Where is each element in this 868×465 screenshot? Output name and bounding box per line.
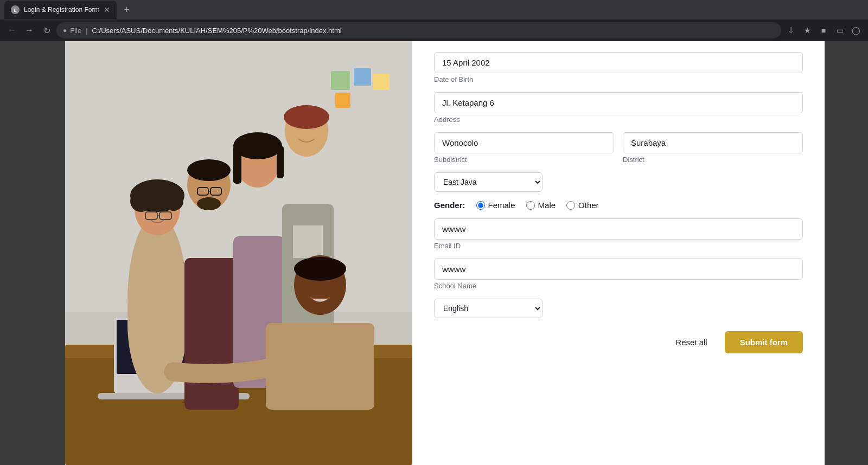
subdistrict-input[interactable] xyxy=(434,132,614,153)
gender-male-label: Male xyxy=(538,201,556,210)
reload-button[interactable]: ↻ xyxy=(39,23,54,38)
district-input[interactable] xyxy=(623,132,803,153)
gender-label: Gender: xyxy=(434,201,465,210)
address-bar-row: ← → ↻ ● File | C:/Users/ASUS/Documents/K… xyxy=(0,20,868,41)
extension-button[interactable]: ■ xyxy=(816,23,831,38)
right-dark-margin xyxy=(825,41,868,465)
toolbar-right: ⇩ ★ ■ ▭ ◯ xyxy=(783,23,864,38)
date-of-birth-group: Date of Birth xyxy=(434,52,803,83)
gender-male-option[interactable]: Male xyxy=(526,201,556,210)
gender-female-option[interactable]: Female xyxy=(476,201,515,210)
gender-other-label: Other xyxy=(578,201,599,210)
svg-rect-4 xyxy=(331,71,350,90)
gender-other-option[interactable]: Other xyxy=(566,201,599,210)
subdistrict-group: Subdistrict xyxy=(434,132,614,164)
date-of-birth-label: Date of Birth xyxy=(434,75,803,83)
province-group: East Java West Java Central Java DKI Jak… xyxy=(434,172,803,192)
address-input[interactable] xyxy=(434,92,803,113)
form-panel: Date of Birth Address Subdistrict Distri… xyxy=(412,41,825,465)
subdistrict-district-row: Subdistrict District xyxy=(434,132,803,172)
gender-row: Gender: Female Male Other xyxy=(434,201,803,210)
tab-favicon: L xyxy=(11,5,20,14)
split-button[interactable]: ▭ xyxy=(832,23,847,38)
address-label: Address xyxy=(434,115,803,124)
svg-text:L: L xyxy=(14,8,16,13)
tab-close-button[interactable]: ✕ xyxy=(104,5,110,14)
tab-bar: L Login & Registration Form ✕ + xyxy=(0,0,868,20)
svg-point-38 xyxy=(284,105,329,129)
date-of-birth-input[interactable] xyxy=(434,52,803,73)
page-content: Date of Birth Address Subdistrict Distri… xyxy=(0,41,868,465)
language-group: English Indonesian Javanese xyxy=(434,299,803,318)
subdistrict-label: Subdistrict xyxy=(434,156,614,164)
new-tab-button[interactable]: + xyxy=(119,2,134,17)
button-row: Reset all Submit form xyxy=(434,331,803,358)
address-bar[interactable]: ● File | C:/Users/ASUS/Documents/KULIAH/… xyxy=(56,22,781,38)
reset-button[interactable]: Reset all xyxy=(667,332,716,352)
school-input[interactable] xyxy=(434,259,803,280)
svg-rect-34 xyxy=(277,146,284,178)
email-input[interactable] xyxy=(434,218,803,240)
gender-male-radio[interactable] xyxy=(526,201,535,210)
email-group: Email ID xyxy=(434,218,803,250)
gender-other-radio[interactable] xyxy=(566,201,575,210)
svg-point-29 xyxy=(197,197,221,210)
svg-point-25 xyxy=(187,159,231,181)
back-button[interactable]: ← xyxy=(4,23,20,38)
svg-point-41 xyxy=(294,257,346,281)
svg-rect-7 xyxy=(335,93,350,108)
bookmark-button[interactable]: ★ xyxy=(800,23,815,38)
svg-rect-5 xyxy=(354,68,371,86)
province-select[interactable]: East Java West Java Central Java DKI Jak… xyxy=(434,172,542,192)
district-label: District xyxy=(623,156,803,164)
people-scene xyxy=(65,41,412,465)
district-group: District xyxy=(623,132,803,164)
svg-rect-23 xyxy=(184,258,239,410)
svg-point-19 xyxy=(145,180,164,200)
gender-female-label: Female xyxy=(488,201,515,210)
url-path: C:/Users/ASUS/Documents/KULIAH/SEM%205/P… xyxy=(92,27,342,35)
cast-button[interactable]: ⇩ xyxy=(783,23,799,38)
address-group: Address xyxy=(434,92,803,124)
lock-icon: ● xyxy=(63,27,67,34)
tab-title: Login & Registration Form xyxy=(24,6,99,14)
svg-rect-6 xyxy=(373,74,390,90)
gender-female-radio[interactable] xyxy=(476,201,485,210)
school-group: School Name xyxy=(434,259,803,290)
photo-panel xyxy=(65,41,412,465)
submit-button[interactable]: Submit form xyxy=(725,331,803,353)
svg-point-18 xyxy=(164,191,183,211)
svg-rect-33 xyxy=(233,146,241,184)
school-label: School Name xyxy=(434,282,803,290)
language-select[interactable]: English Indonesian Javanese xyxy=(434,299,542,318)
browser-chrome: L Login & Registration Form ✕ + ← → ↻ ● … xyxy=(0,0,868,41)
svg-rect-36 xyxy=(293,225,323,258)
url-separator: | xyxy=(86,27,87,35)
left-dark-margin xyxy=(0,41,65,465)
url-protocol: File xyxy=(70,27,81,35)
email-label: Email ID xyxy=(434,242,803,250)
active-tab[interactable]: L Login & Registration Form ✕ xyxy=(4,1,117,19)
profile-button[interactable]: ◯ xyxy=(848,23,864,38)
forward-button[interactable]: → xyxy=(22,23,37,38)
